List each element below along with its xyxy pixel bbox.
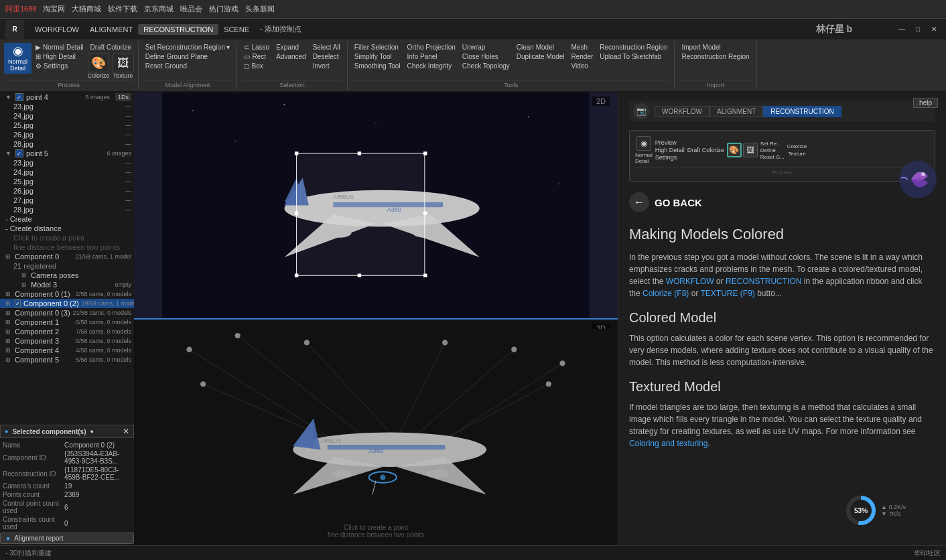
tree-item-p4-26[interactable]: 26.jpg — bbox=[0, 130, 134, 139]
normal-detail-button[interactable]: ◉ NormalDetail bbox=[4, 43, 31, 74]
workflow-link[interactable]: WORKFLOW bbox=[666, 277, 714, 286]
tree-item-p5-27[interactable]: 27.jpg — bbox=[0, 196, 134, 205]
minimize-button[interactable]: — bbox=[895, 23, 908, 36]
tree-item-comp02[interactable]: ⊞ ✓ Component 0 (2) 19/58 cams, 1 model bbox=[0, 299, 134, 308]
reset-ground-button[interactable]: Reset Ground bbox=[143, 62, 233, 70]
bookmark-jd[interactable]: 京东商城 bbox=[144, 4, 174, 14]
colorize-link[interactable]: Colorize (F8) bbox=[643, 289, 689, 298]
alignment-report-icon: ● bbox=[6, 535, 10, 542]
settings-button[interactable]: ⚙ Settings bbox=[33, 62, 86, 70]
import-model-button[interactable]: Import Model bbox=[679, 43, 752, 52]
tree-item-p5-28[interactable]: 28.jpg — bbox=[0, 205, 134, 214]
sel-col1: ⊂ Lasso ▭ Rect ◻ Box bbox=[241, 43, 272, 70]
bookmark-vip[interactable]: 唯品会 bbox=[180, 4, 202, 14]
tree-item-create[interactable]: - Create bbox=[0, 214, 134, 224]
tree-item-comp0[interactable]: ⊞ Component 0 21/58 cams, 1 model bbox=[0, 252, 134, 261]
tree-item-camposes[interactable]: ⊞ Camera poses bbox=[0, 271, 134, 280]
tree-item-comp2[interactable]: ⊞ Component 2 7/58 cams, 0 models bbox=[0, 327, 134, 336]
texture-button[interactable]: 🖼 Texture bbox=[113, 54, 134, 79]
tree-item-p4-25[interactable]: 25.jpg — bbox=[0, 121, 134, 130]
tree-item-comp5[interactable]: ⊞ Component 5 5/58 cams, 0 models bbox=[0, 355, 134, 364]
mesh-button[interactable]: Mesh bbox=[569, 43, 596, 52]
check-point5[interactable]: ✓ bbox=[15, 149, 23, 157]
check-topology-button[interactable]: Check Topology bbox=[460, 62, 513, 70]
set-reconstruction-button[interactable]: Set Reconstruction Region ▾ bbox=[143, 43, 233, 52]
check-comp02[interactable]: ✓ bbox=[15, 299, 21, 307]
expand-button[interactable]: Expand bbox=[273, 43, 308, 52]
tab-reconstruction[interactable]: RECONSTRUCTION bbox=[138, 24, 218, 35]
mini-tab-reconstruction[interactable]: RECONSTRUCTION bbox=[763, 106, 841, 117]
colorize-button[interactable]: 🎨 Colorize bbox=[88, 54, 110, 79]
draft-colorize-button[interactable]: Draft Colorize bbox=[88, 43, 134, 52]
check-point4[interactable]: ✓ bbox=[15, 93, 23, 101]
bookmark-alibaba[interactable]: 阿里1688 bbox=[5, 4, 36, 14]
coloring-texturing-link[interactable]: Coloring and texturing bbox=[629, 439, 707, 448]
video-button[interactable]: Video bbox=[569, 62, 596, 70]
tree-panel[interactable]: ▼ ✓ point 4 5 images 1Ds 23.jpg — 24.jpg… bbox=[0, 92, 134, 425]
deselect-button[interactable]: Deselect bbox=[310, 52, 343, 61]
close-button[interactable]: ✕ bbox=[927, 23, 941, 36]
check-integrity-button[interactable]: Check Integrity bbox=[405, 62, 458, 70]
texture-link[interactable]: TEXTURE (F9) bbox=[701, 289, 755, 298]
tree-item-model3[interactable]: ⊞ Model 3 👁 empty bbox=[0, 280, 134, 289]
tree-item-p5-25[interactable]: 25.jpg — bbox=[0, 177, 134, 186]
alignment-report-button[interactable]: ● Alignment report bbox=[0, 533, 134, 544]
tree-item-comp4[interactable]: ⊞ Component 4 4/58 cams, 0 models bbox=[0, 346, 134, 355]
go-back-button[interactable]: ← GO BACK bbox=[629, 192, 935, 212]
advanced-button[interactable]: Advanced bbox=[273, 52, 308, 61]
tree-item-comp03[interactable]: ⊞ Component 0 (3) 21/58 cams, 0 models bbox=[0, 308, 134, 318]
upload-sketchfab-button[interactable]: Upload To Sketchfab bbox=[597, 52, 670, 61]
bookmark-tmall[interactable]: 大猫商城 bbox=[72, 4, 101, 14]
reconstruction-link[interactable]: RECONSTRUCTION bbox=[726, 277, 801, 286]
maximize-button[interactable]: □ bbox=[911, 23, 925, 36]
mini-tab-alignment[interactable]: ALIGNMENT bbox=[710, 106, 763, 117]
hint2-text: fine distance between two points bbox=[13, 243, 120, 251]
filter-selection-button[interactable]: Filter Selection bbox=[352, 43, 403, 52]
tree-item-comp1[interactable]: ⊞ Component 1 0/58 cams, 0 models bbox=[0, 318, 134, 327]
high-detail-button[interactable]: ⊞ High Detail bbox=[33, 52, 86, 61]
tree-item-p4-23[interactable]: 23.jpg — bbox=[0, 102, 134, 111]
tab-workflow[interactable]: WORKFLOW bbox=[29, 24, 84, 35]
close-holes-button[interactable]: Close Holes bbox=[460, 52, 513, 61]
duplicate-model-button[interactable]: Duplicate Model bbox=[514, 52, 567, 61]
define-ground-button[interactable]: Define Ground Plane bbox=[143, 52, 233, 61]
clean-model-button[interactable]: Clean Model bbox=[514, 43, 567, 52]
tab-scene[interactable]: SCENE bbox=[218, 24, 255, 35]
simplify-tool-button[interactable]: Simplify Tool bbox=[352, 52, 403, 61]
tree-item-point4[interactable]: ▼ ✓ point 4 5 images 1Ds bbox=[0, 92, 134, 102]
tab-alignment[interactable]: ALIGNMENT bbox=[84, 24, 138, 35]
invert-button[interactable]: Invert bbox=[310, 62, 343, 70]
mini-texture-text-label: Texture bbox=[788, 151, 805, 157]
bookmark-software[interactable]: 软件下载 bbox=[108, 4, 137, 14]
lasso-button[interactable]: ⊂ Lasso bbox=[241, 43, 272, 52]
tree-item-comp3[interactable]: ⊞ Component 3 0/58 cams, 0 models bbox=[0, 336, 134, 346]
tree-item-p5-24[interactable]: 24.jpg — bbox=[0, 167, 134, 177]
smoothing-tool-button[interactable]: Smoothing Tool bbox=[352, 62, 403, 70]
tree-item-p4-24[interactable]: 24.jpg — bbox=[0, 111, 134, 121]
select-all-button[interactable]: Select All bbox=[310, 43, 343, 52]
info-panel-button[interactable]: Info Panel bbox=[405, 52, 458, 61]
tree-item-p5-23[interactable]: 23.jpg — bbox=[0, 158, 134, 167]
viewport-3d[interactable]: 3D bbox=[134, 320, 618, 545]
tree-item-comp01[interactable]: ⊞ Component 0 (1) 2/58 cams, 0 models bbox=[0, 289, 134, 299]
tree-item-point5[interactable]: ▼ ✓ point 5 6 images bbox=[0, 149, 134, 158]
box-button[interactable]: ◻ Box bbox=[241, 62, 272, 70]
viewport-2d[interactable]: 2D bbox=[134, 92, 618, 320]
tree-item-p4-28[interactable]: 28.jpg — bbox=[0, 139, 134, 149]
bookmark-news[interactable]: 头条新闻 bbox=[245, 4, 275, 14]
unwrap-button[interactable]: Unwrap bbox=[460, 43, 513, 52]
reconstruction-region-button[interactable]: Reconstruction Region bbox=[597, 43, 670, 52]
render-button[interactable]: Render bbox=[569, 52, 596, 61]
panel-close-icon[interactable]: ✕ bbox=[123, 427, 129, 436]
p4-25-label: 25.jpg bbox=[13, 121, 33, 129]
mini-tab-workflow[interactable]: WORKFLOW bbox=[655, 106, 710, 117]
tree-item-p5-26[interactable]: 26.jpg — bbox=[0, 186, 134, 196]
ortho-projection-button[interactable]: Ortho Projection bbox=[405, 43, 458, 52]
rect-button[interactable]: ▭ Rect bbox=[241, 52, 272, 61]
tree-item-create-distance[interactable]: - Create distance bbox=[0, 224, 134, 233]
export-reconstruction-button[interactable]: Reconstruction Region bbox=[679, 52, 752, 61]
help-button[interactable]: help bbox=[913, 98, 938, 108]
preview-button[interactable]: ▶ Normal Detail bbox=[33, 43, 86, 52]
bookmark-games[interactable]: 热门游戏 bbox=[209, 4, 239, 14]
bookmark-taobao[interactable]: 淘宝网 bbox=[43, 4, 65, 14]
